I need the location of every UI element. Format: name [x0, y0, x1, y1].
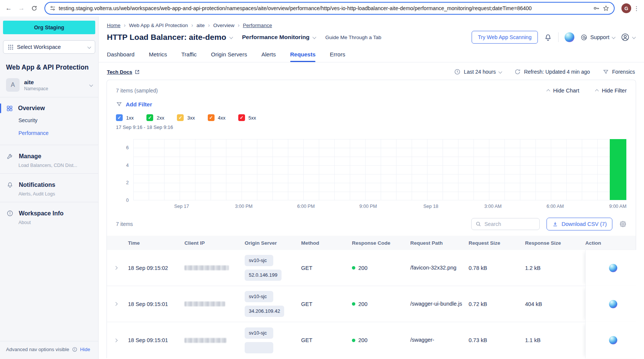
bookmark-star-icon[interactable] — [603, 5, 609, 12]
browser-menu-icon[interactable]: ⋮ — [633, 5, 640, 12]
tab-requests[interactable]: Requests — [290, 51, 316, 62]
tab-errors[interactable]: Errors — [330, 51, 345, 62]
hide-filter-toggle[interactable]: Hide Filter — [596, 88, 627, 94]
breadcrumb-waap[interactable]: Web App & API Protection — [129, 23, 188, 28]
chart-bar-2xx[interactable] — [610, 139, 626, 200]
cell-spacer — [582, 286, 585, 322]
site-settings-icon[interactable] — [50, 5, 56, 11]
status-ok-dot — [352, 266, 355, 270]
back-icon[interactable]: ← — [3, 3, 14, 14]
row-expand-chevron-icon[interactable] — [107, 322, 128, 358]
breadcrumb-home[interactable]: Home — [107, 23, 120, 28]
checkbox-checked-icon[interactable] — [208, 114, 215, 121]
origin-server-chip[interactable]: sv10-sjc — [245, 291, 273, 302]
filter-3xx[interactable]: 3xx — [177, 114, 195, 121]
url-text[interactable]: testing.staging.volterra.us/web/workspac… — [59, 5, 590, 11]
row-expand-chevron-icon[interactable] — [107, 286, 128, 322]
filter-2xx[interactable]: 2xx — [146, 114, 164, 121]
try-web-app-scanning-button[interactable]: Try Web App Scanning — [472, 31, 538, 44]
sidebar-item-notifications[interactable]: Notifications — [0, 179, 98, 191]
sidebar-item-overview[interactable]: Overview — [0, 103, 98, 114]
status-filter-row: 1xx 2xx 3xx 4xx — [116, 114, 627, 121]
column-header-request-size[interactable]: Request Size — [469, 240, 525, 246]
overview-grid-icon — [6, 105, 13, 112]
origin-ip-chip[interactable]: 52.0.146.199 — [245, 270, 282, 281]
column-header-response-code[interactable]: Response Code — [352, 240, 410, 246]
chart-plot-area[interactable] — [133, 139, 627, 200]
hide-chart-toggle[interactable]: Hide Chart — [547, 88, 579, 94]
origin-server-chip[interactable]: sv10-sjc — [245, 255, 273, 266]
sidebar-item-security[interactable]: Security — [0, 114, 98, 127]
download-csv-button[interactable]: Download CSV (7) — [547, 218, 612, 230]
page-title-dropdown[interactable]: HTTP Load Balancer: aite-demo — [107, 33, 232, 42]
table-settings-gear-icon[interactable] — [619, 220, 627, 228]
monitoring-view-selector[interactable]: Performance Monitoring — [242, 34, 315, 41]
sidebar-item-manage[interactable]: Manage — [0, 150, 98, 162]
notifications-subtitle: Alerts, Audit Logs — [0, 191, 98, 197]
external-link-icon — [134, 69, 140, 75]
breadcrumb-performance[interactable]: Performance — [243, 23, 272, 28]
sidebar-item-workspace-info[interactable]: Workspace Info — [0, 208, 98, 219]
filter-5xx[interactable]: 5xx — [238, 114, 256, 121]
time-range-selector[interactable]: Last 24 hours — [454, 68, 501, 75]
passkey-icon[interactable] — [593, 5, 600, 12]
origin-ip-chip[interactable]: 34.206.109.42 — [245, 306, 284, 317]
column-header-time[interactable]: Time — [128, 240, 184, 246]
tab-metrics[interactable]: Metrics — [149, 51, 167, 62]
table-row[interactable]: 18 Sep 09:15:01 sv10-sjc 34.206.109.42 G… — [107, 286, 636, 322]
breadcrumb-namespace[interactable]: aite — [196, 23, 205, 28]
column-header-response-size[interactable]: Response Size — [525, 240, 582, 246]
guide-me-link[interactable]: Guide Me Through a Tab — [325, 35, 381, 40]
origin-server-chip[interactable]: sv10-sjc — [245, 327, 273, 339]
table-search[interactable] — [471, 218, 540, 230]
search-icon — [475, 221, 481, 227]
search-input[interactable] — [484, 221, 536, 227]
redacted-client-ip — [184, 338, 227, 343]
forward-icon[interactable]: → — [16, 3, 27, 14]
account-sphere-icon[interactable] — [565, 32, 574, 42]
x-tick: 6:00 AM — [547, 204, 564, 209]
origin-ip-chip[interactable] — [245, 342, 273, 353]
support-menu[interactable]: Support — [580, 34, 615, 41]
namespace-selector[interactable]: A aite Namespace — [3, 78, 95, 92]
tab-traffic[interactable]: Traffic — [181, 51, 197, 62]
user-menu[interactable] — [621, 33, 635, 42]
workspace-title: Web App & API Protection — [6, 64, 92, 71]
add-filter-button[interactable]: Add Filter — [116, 101, 627, 108]
workspace-selector[interactable]: Select Workspace — [3, 40, 95, 54]
org-staging-button[interactable]: Org Staging — [3, 21, 95, 34]
column-header-method[interactable]: Method — [301, 240, 352, 246]
breadcrumb-overview[interactable]: Overview — [213, 23, 234, 28]
cell-response-size: 1.1 kB — [525, 322, 582, 358]
reload-icon[interactable] — [29, 3, 40, 14]
checkbox-checked-icon[interactable] — [116, 114, 123, 121]
column-header-origin-server[interactable]: Origin Server — [245, 240, 301, 246]
action-sphere-icon[interactable] — [609, 336, 617, 344]
view-selector-label: Performance Monitoring — [242, 34, 309, 41]
filter-1xx[interactable]: 1xx — [116, 114, 134, 121]
refresh-control[interactable]: Refresh: Updated 4 min ago — [514, 68, 590, 75]
hide-advanced-nav-link[interactable]: Hide — [80, 347, 90, 352]
checkbox-checked-icon[interactable] — [177, 114, 184, 121]
checkbox-checked-icon[interactable] — [238, 114, 245, 121]
filter-4xx[interactable]: 4xx — [208, 114, 225, 121]
table-row[interactable]: 18 Sep 09:15:01 sv10-sjc GET 200 / — [107, 322, 636, 358]
checkbox-checked-icon[interactable] — [146, 114, 153, 121]
tab-origin-servers[interactable]: Origin Servers — [211, 51, 247, 62]
tab-alerts[interactable]: Alerts — [261, 51, 276, 62]
tech-docs-link[interactable]: Tech Docs — [107, 69, 140, 75]
table-row[interactable]: 18 Sep 09:15:02 sv10-sjc 52.0.146.199 GE… — [107, 250, 636, 286]
cell-origin-server: sv10-sjc 34.206.109.42 — [245, 286, 301, 322]
url-bar[interactable]: testing.staging.volterra.us/web/workspac… — [44, 2, 615, 15]
forensics-control[interactable]: Forensics — [603, 69, 635, 75]
action-sphere-icon[interactable] — [609, 300, 617, 308]
requests-panel: 7 items (sampled) Hide Chart Hide Filter — [107, 80, 636, 358]
row-expand-chevron-icon[interactable] — [107, 250, 128, 286]
column-header-client-ip[interactable]: Client IP — [184, 240, 245, 246]
action-sphere-icon[interactable] — [609, 264, 617, 272]
sidebar-item-performance[interactable]: Performance — [0, 127, 98, 139]
column-header-request-path[interactable]: Request Path — [410, 240, 469, 246]
tab-dashboard[interactable]: Dashboard — [107, 51, 134, 62]
browser-profile-avatar[interactable]: G — [621, 3, 631, 13]
notifications-bell-icon[interactable] — [544, 33, 552, 41]
